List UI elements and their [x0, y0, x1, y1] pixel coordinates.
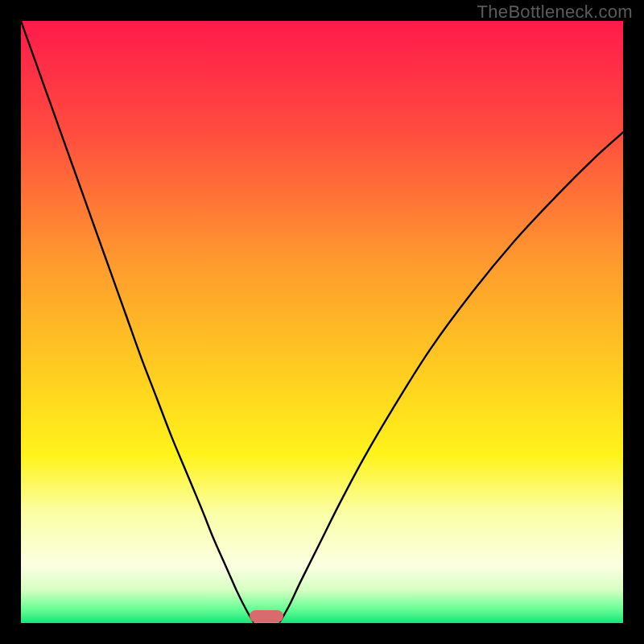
bottleneck-marker — [250, 610, 283, 622]
gradient-background — [21, 21, 623, 623]
watermark: TheBottleneck.com — [477, 2, 633, 23]
bottleneck-chart — [21, 21, 623, 623]
plot-frame — [21, 21, 623, 623]
